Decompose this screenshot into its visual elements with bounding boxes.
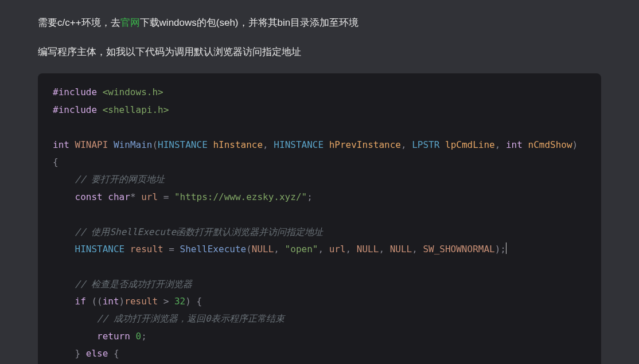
text-cursor [506, 242, 506, 254]
code-token: #include [53, 87, 97, 97]
code-token: (( [86, 296, 103, 307]
code-token: 32 [174, 296, 185, 307]
code-token: result [124, 244, 169, 255]
code-token: int [103, 296, 119, 307]
code-comment: // 要打开的网页地址 [75, 174, 165, 185]
code-block: #include <windows.h> #include <shellapi.… [38, 73, 601, 364]
code-token: > [158, 296, 174, 307]
code-token: result [124, 296, 158, 307]
paragraph-env: 需要c/c++环境，去官网下载windows的包(seh)，并将其bin目录添加… [38, 15, 601, 30]
code-token: return [97, 331, 130, 342]
code-token: <shellapi.h> [97, 104, 169, 115]
code-token: , [379, 244, 389, 255]
code-content: #include <windows.h> #include <shellapi.… [53, 84, 586, 364]
code-token: , [412, 244, 423, 255]
code-token: url [329, 244, 346, 255]
code-token: NULL [390, 244, 412, 255]
code-comment: // 成功打开浏览器，返回0表示程序正常结束 [97, 313, 285, 324]
text-pre-link: 需要c/c++环境，去 [38, 17, 120, 28]
code-token: ; [500, 244, 506, 255]
code-token: * [130, 191, 136, 202]
code-comment: // 使用ShellExecute函数打开默认浏览器并访问指定地址 [75, 226, 324, 237]
code-token: ) [185, 296, 191, 307]
code-token: = [163, 191, 169, 202]
code-token: SW_SHOWNORMAL [423, 244, 494, 255]
code-token: ) [119, 296, 125, 307]
code-token: WINAPI [75, 139, 108, 150]
code-token: hInstance [208, 139, 263, 150]
code-token: , [401, 139, 412, 150]
code-token: , [274, 244, 285, 255]
code-token: int [506, 139, 523, 150]
code-token: , [318, 244, 329, 255]
code-token: ; [141, 331, 147, 342]
code-token: ; [307, 191, 313, 202]
code-token: int [53, 139, 69, 150]
code-token: char [103, 191, 130, 202]
code-token: const [75, 191, 103, 202]
code-token: = [169, 244, 174, 255]
article-content: 需要c/c++环境，去官网下载windows的包(seh)，并将其bin目录添加… [0, 15, 639, 364]
code-token: WinMain [114, 139, 152, 150]
code-token: ( [246, 244, 252, 255]
code-token: , [495, 139, 506, 150]
code-token: HINSTANCE [158, 139, 208, 150]
code-token: "open" [285, 244, 318, 255]
code-token: HINSTANCE [75, 244, 125, 255]
code-token: } [75, 348, 81, 359]
code-token: 0 [130, 331, 141, 342]
link-official-site[interactable]: 官网 [120, 17, 140, 28]
code-token: ) [495, 244, 501, 255]
code-token: LPSTR [412, 139, 439, 150]
code-token: #include [53, 104, 97, 115]
code-token: nCmdShow [528, 139, 572, 150]
code-token: else [80, 348, 108, 359]
code-token: ShellExecute [174, 244, 246, 255]
code-token: NULL [357, 244, 379, 255]
code-token: { [191, 296, 202, 307]
code-token: "https://www.ezsky.xyz/" [169, 191, 307, 202]
text-post-link: 下载windows的包(seh)，并将其bin目录添加至环境 [140, 17, 359, 28]
code-token: lpCmdLine [439, 139, 494, 150]
code-token: <windows.h> [97, 87, 163, 97]
code-token: NULL [252, 244, 274, 255]
code-token: ) [572, 139, 578, 150]
paragraph-body: 编写程序主体，如我以下代码为调用默认浏览器访问指定地址 [38, 44, 601, 60]
code-comment: // 检查是否成功打开浏览器 [75, 279, 193, 289]
code-token: , [263, 139, 274, 150]
code-token: HINSTANCE [274, 139, 324, 150]
code-token: if [75, 296, 86, 307]
code-token: url [136, 191, 163, 202]
code-token: ( [152, 139, 158, 150]
code-token: hPrevInstance [324, 139, 401, 150]
code-token: , [346, 244, 357, 255]
code-token: { [108, 348, 119, 359]
